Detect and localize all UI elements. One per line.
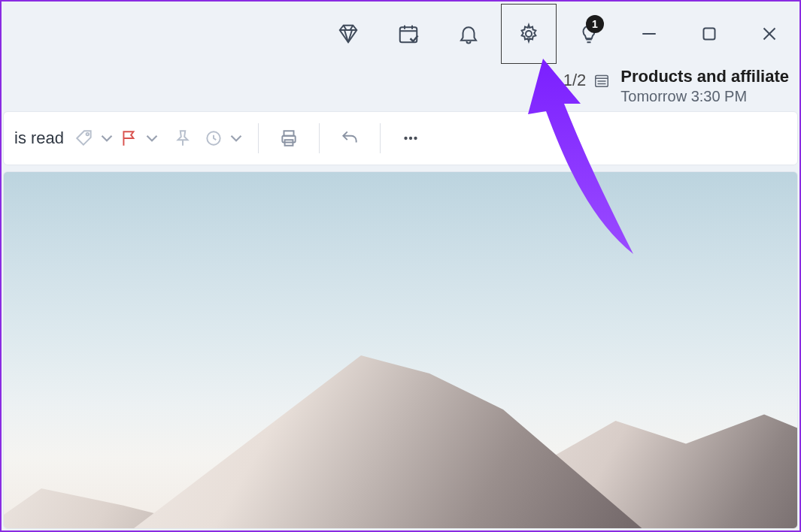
close-icon <box>758 23 781 45</box>
undo-button[interactable] <box>332 120 368 156</box>
svg-point-12 <box>404 137 407 140</box>
maximize-button[interactable] <box>679 2 739 66</box>
maximize-icon <box>698 23 721 45</box>
print-button[interactable] <box>271 120 307 156</box>
bell-icon <box>457 23 480 45</box>
svg-rect-9 <box>284 131 294 136</box>
calendar-small-icon <box>593 72 610 89</box>
close-button[interactable] <box>739 2 799 66</box>
tips-badge: 1 <box>586 15 604 33</box>
minimize-button[interactable] <box>619 2 679 66</box>
toolbar-divider <box>319 123 320 153</box>
mark-as-read-label: is read <box>14 128 64 148</box>
event-time: Tomorrow 3:30 PM <box>620 87 789 106</box>
event-title: Products and affiliate <box>620 66 789 87</box>
undo-icon <box>340 128 360 148</box>
diamond-icon <box>337 23 360 45</box>
item-counter[interactable]: 1/2 <box>563 71 611 90</box>
chevron-down-icon <box>226 128 246 148</box>
svg-rect-3 <box>704 29 715 40</box>
mark-as-read-button[interactable]: is read <box>10 120 71 156</box>
pin-button[interactable] <box>165 120 201 156</box>
svg-point-13 <box>409 137 412 140</box>
svg-point-1 <box>526 31 532 37</box>
agenda-bar: 1/2 Products and affiliate Tomorrow 3:30… <box>2 66 799 111</box>
upcoming-event[interactable]: Products and affiliate Tomorrow 3:30 PM <box>620 66 789 106</box>
print-icon <box>279 128 299 148</box>
chevron-down-icon <box>97 128 117 148</box>
gear-icon <box>517 23 540 45</box>
notifications-button[interactable] <box>438 2 499 66</box>
flag-button[interactable] <box>120 120 162 156</box>
message-preview-pane <box>3 171 798 529</box>
title-bar: 1 <box>2 2 799 66</box>
background-mountain <box>124 355 651 529</box>
ellipsis-icon <box>401 128 420 148</box>
clock-icon <box>204 128 223 148</box>
settings-button[interactable] <box>499 2 559 66</box>
minimize-icon <box>638 23 660 45</box>
flag-icon <box>120 128 139 148</box>
snooze-button[interactable] <box>204 120 246 156</box>
svg-point-7 <box>86 133 89 135</box>
toolbar-divider <box>258 123 259 153</box>
counter-text: 1/2 <box>563 71 587 90</box>
svg-point-14 <box>414 137 417 140</box>
more-actions-button[interactable] <box>393 120 429 156</box>
calendar-check-icon <box>397 23 420 45</box>
chevron-down-icon <box>142 128 162 148</box>
tag-icon <box>74 128 94 148</box>
categorize-button[interactable] <box>74 120 117 156</box>
message-toolbar: is read <box>3 111 798 165</box>
calendar-check-button[interactable] <box>378 2 438 66</box>
premium-button[interactable] <box>318 2 378 66</box>
tips-button[interactable]: 1 <box>559 2 619 66</box>
toolbar-divider <box>380 123 381 153</box>
pin-icon <box>173 128 193 148</box>
